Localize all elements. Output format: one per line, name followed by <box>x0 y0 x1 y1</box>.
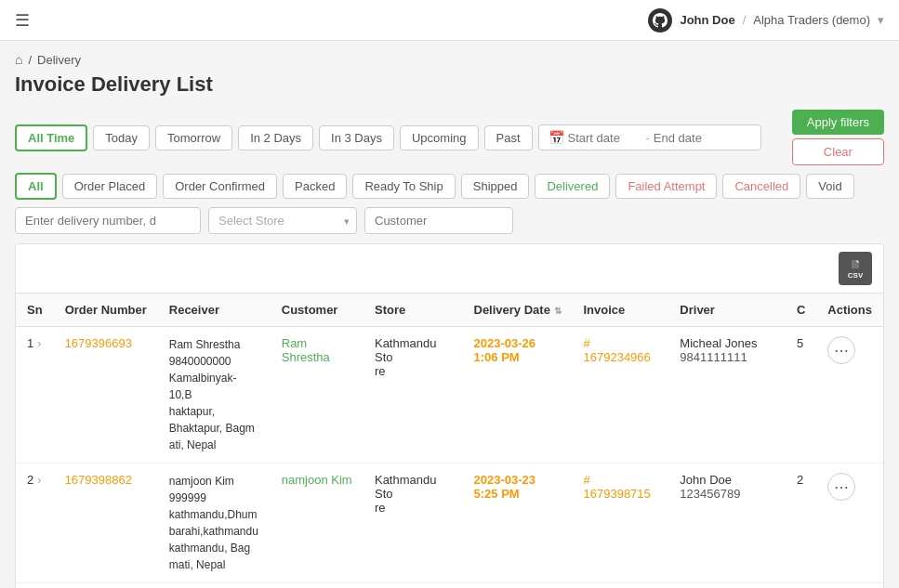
delivery-time-2: 5:25 PM <box>474 487 562 501</box>
cell-order-3: 1679554432 <box>54 583 158 589</box>
filter-tomorrow[interactable]: Tomorrow <box>155 125 232 150</box>
start-date-input[interactable] <box>568 131 642 145</box>
cell-driver-2: John Doe 123456789 <box>668 464 786 583</box>
delivery-table: Sn Order Number Receiver Customer Store … <box>16 294 883 588</box>
top-bar-right: John Doe / Alpha Traders (demo) ▾ <box>648 8 884 33</box>
delivery-number-input[interactable] <box>15 207 201 234</box>
table-row: 3 › 1679554432 Ram Lama9898989898Banasth… <box>16 583 883 589</box>
cell-c-1: 5 <box>786 327 816 464</box>
col-receiver: Receiver <box>158 294 271 327</box>
delivery-time-1: 1:06 PM <box>474 350 562 364</box>
user-chevron-icon[interactable]: ▾ <box>878 13 884 27</box>
col-invoice: Invoice <box>573 294 669 327</box>
row-number-2: 2 <box>27 473 33 487</box>
cell-c-3: 2 <box>786 583 816 589</box>
cell-receiver-3: Ram Lama9898989898Banasthali Chowk-05,Ka… <box>158 583 271 589</box>
table-body: 1 › 1679396693 Ram Shrestha9840000000Kam… <box>16 327 883 589</box>
date-separator: - <box>646 131 650 145</box>
customer-link-1[interactable]: Ram Shrestha <box>282 336 330 364</box>
filter-in-3-days[interactable]: In 3 Days <box>319 125 394 150</box>
cell-c-2: 2 <box>786 464 816 583</box>
apply-filters-button[interactable]: Apply filters <box>792 110 884 135</box>
cell-invoice-2: # 1679398715 <box>573 464 669 583</box>
org-separator: / <box>743 13 747 27</box>
calendar-icon: 📅 <box>549 130 564 145</box>
status-cancelled[interactable]: Cancelled <box>722 174 800 199</box>
cell-sn-1: 1 › <box>16 327 54 464</box>
status-order-confirmed[interactable]: Order Confirmed <box>163 174 277 199</box>
hamburger-icon[interactable]: ☰ <box>15 10 30 31</box>
col-sn: Sn <box>16 294 54 327</box>
table-toolbar: CSV <box>16 244 883 294</box>
status-order-placed[interactable]: Order Placed <box>62 174 158 199</box>
row-expand-2[interactable]: › <box>37 474 41 487</box>
search-row: Select Store ▾ <box>15 207 884 234</box>
cell-invoice-3: # 1679553416 <box>573 583 669 589</box>
cell-receiver-1: Ram Shrestha9840000000Kamalbinyak-10,Bha… <box>158 327 271 464</box>
csv-export-button[interactable]: CSV <box>839 252 872 285</box>
cell-sn-2: 2 › <box>16 464 54 583</box>
filter-past[interactable]: Past <box>484 125 533 150</box>
cell-customer-2: namjoon Kim <box>271 464 364 583</box>
home-icon[interactable]: ⌂ <box>15 52 22 67</box>
github-icon <box>648 8 672 33</box>
actions-button-2[interactable]: ⋯ <box>827 473 855 501</box>
cell-invoice-1: # 1679234966 <box>573 327 669 464</box>
driver-name-1: Micheal Jones <box>680 336 774 350</box>
cell-driver-1: Micheal Jones 9841111111 <box>668 327 786 464</box>
customer-input[interactable] <box>364 207 513 234</box>
actions-button-1[interactable]: ⋯ <box>827 336 855 364</box>
status-delivered[interactable]: Delivered <box>535 174 610 199</box>
col-driver: Driver <box>668 294 786 327</box>
customer-link-2[interactable]: namjoon Kim <box>282 473 352 487</box>
user-name: John Doe <box>680 13 734 27</box>
status-packed[interactable]: Packed <box>283 174 347 199</box>
filter-upcoming[interactable]: Upcoming <box>400 125 479 150</box>
cell-actions-1: ⋯ <box>816 327 883 464</box>
top-bar: ☰ John Doe / Alpha Traders (demo) ▾ <box>0 0 899 41</box>
filter-all-time[interactable]: All Time <box>15 124 87 151</box>
driver-name-2: John Doe <box>680 473 774 487</box>
table-container: CSV Sn Order Number Receiver Customer St… <box>15 243 884 588</box>
cell-customer-3: Ram Lama <box>271 583 364 589</box>
end-date-input[interactable] <box>654 131 728 145</box>
cell-actions-3: ⋯ <box>816 583 883 589</box>
filter-in-2-days[interactable]: In 2 Days <box>238 125 313 150</box>
invoice-link-2[interactable]: # 1679398715 <box>584 473 651 501</box>
cell-delivery-date-1: 2023-03-26 1:06 PM <box>463 327 573 464</box>
driver-phone-1: 9841111111 <box>680 350 774 364</box>
driver-phone-2: 123456789 <box>680 487 774 501</box>
breadcrumb: ⌂ / Delivery <box>15 52 884 67</box>
cell-delivery-date-2: 2023-03-23 5:25 PM <box>463 464 573 583</box>
filters-row: All Time Today Tomorrow In 2 Days In 3 D… <box>15 110 884 165</box>
clear-filters-button[interactable]: Clear <box>792 138 884 165</box>
status-failed-attempt[interactable]: Failed Attempt <box>615 174 717 199</box>
order-number-link-1[interactable]: 1679396693 <box>65 336 132 350</box>
action-buttons: Apply filters Clear <box>792 110 884 165</box>
delivery-date-2: 2023-03-23 <box>474 473 562 487</box>
filter-today[interactable]: Today <box>93 125 150 150</box>
cell-driver-3: Suresh Suwal +9779898989898 <box>668 583 786 589</box>
order-number-link-2[interactable]: 1679398862 <box>65 473 132 487</box>
col-customer: Customer <box>271 294 364 327</box>
cell-receiver-2: namjoon Kim999999kathmandu,Dhumbarahi,ka… <box>158 464 271 583</box>
table-row: 2 › 1679398862 namjoon Kim999999kathmand… <box>16 464 883 583</box>
status-shipped[interactable]: Shipped <box>461 174 530 199</box>
status-all[interactable]: All <box>15 173 57 200</box>
store-select[interactable]: Select Store <box>208 207 357 234</box>
cell-actions-2: ⋯ <box>816 464 883 583</box>
col-store: Store <box>364 294 463 327</box>
table-row: 1 › 1679396693 Ram Shrestha9840000000Kam… <box>16 327 883 464</box>
status-void[interactable]: Void <box>806 174 853 199</box>
col-order-number: Order Number <box>54 294 158 327</box>
csv-file-icon <box>849 257 862 270</box>
date-range-input: 📅 - <box>538 124 761 150</box>
row-number-1: 1 <box>27 336 33 350</box>
cell-customer-1: Ram Shrestha <box>271 327 364 464</box>
status-ready-to-ship[interactable]: Ready To Ship <box>352 174 455 199</box>
row-expand-1[interactable]: › <box>37 337 41 350</box>
cell-sn-3: 3 › <box>16 583 54 589</box>
csv-label: CSV <box>848 271 863 280</box>
col-delivery-date: Delivery Date ⇅ <box>463 294 573 327</box>
invoice-link-1[interactable]: # 1679234966 <box>584 336 651 364</box>
